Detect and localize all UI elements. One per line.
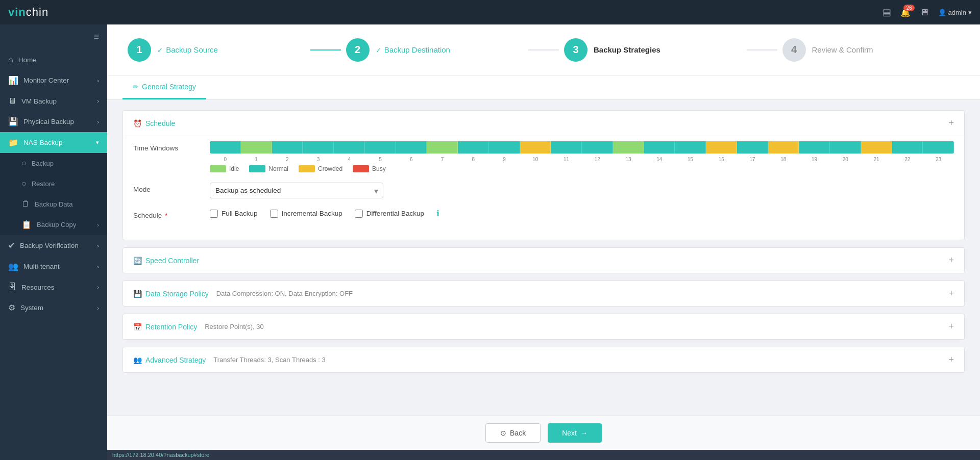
topbar-right: ▤ 🔔 26 🖥 👤 admin ▾ bbox=[883, 7, 972, 18]
time-label-2: 2 bbox=[272, 157, 303, 162]
time-label-11: 11 bbox=[551, 157, 582, 162]
time-segment-3[interactable] bbox=[303, 141, 334, 154]
time-segment-12[interactable] bbox=[582, 141, 613, 154]
time-segment-1[interactable] bbox=[241, 141, 272, 154]
schedule-expand-icon[interactable]: + bbox=[948, 118, 954, 129]
incremental-backup-checkbox[interactable] bbox=[270, 210, 278, 218]
advanced-strategy-section: 👥 Advanced Strategy Transfer Threads: 3,… bbox=[122, 347, 965, 373]
step-2-label: ✓ Backup Destination bbox=[376, 45, 450, 54]
multi-tenant-arrow-icon: › bbox=[97, 264, 99, 270]
differential-backup-checkbox[interactable] bbox=[355, 210, 363, 218]
sidebar-item-nas-backup[interactable]: 📁 NAS Backup ▾ bbox=[0, 132, 107, 153]
data-storage-header[interactable]: 💾 Data Storage Policy Data Compression: … bbox=[123, 281, 964, 306]
time-segment-18[interactable] bbox=[768, 141, 799, 154]
physical-backup-icon: 💾 bbox=[8, 117, 18, 126]
time-label-1: 1 bbox=[241, 157, 272, 162]
speed-controller-title: 🔄 Speed Controller bbox=[133, 257, 199, 265]
sidebar-item-resources[interactable]: 🗄 Resources › bbox=[0, 277, 107, 297]
time-windows-field: 01234567891011121314151617181920212223 I… bbox=[210, 141, 954, 172]
sidebar-item-monitor[interactable]: 📊 Monitor Center › bbox=[0, 70, 107, 91]
hamburger-button[interactable]: ≡ bbox=[0, 24, 107, 49]
url-bar: https://172.18.20.40/?nasbackup#store bbox=[107, 450, 980, 460]
time-segment-5[interactable] bbox=[365, 141, 396, 154]
monitor-arrow-icon: › bbox=[97, 78, 99, 84]
retention-expand-icon[interactable]: + bbox=[948, 321, 954, 332]
time-segment-7[interactable] bbox=[427, 141, 458, 154]
verification-icon: ✔ bbox=[8, 241, 15, 250]
sidebar-item-backup-copy-sub[interactable]: 📋 Backup Copy › bbox=[0, 214, 107, 235]
time-segment-11[interactable] bbox=[551, 141, 582, 154]
advanced-strategy-header[interactable]: 👥 Advanced Strategy Transfer Threads: 3,… bbox=[123, 347, 964, 372]
backup-data-icon: 🗒 bbox=[21, 199, 30, 209]
time-segment-16[interactable] bbox=[706, 141, 737, 154]
sidebar-item-backup[interactable]: ○ Backup bbox=[0, 153, 107, 173]
notification-bell[interactable]: 🔔 26 bbox=[900, 8, 911, 17]
time-label-0: 0 bbox=[210, 157, 241, 162]
sidebar-item-physical-label: Physical Backup bbox=[23, 118, 74, 125]
advanced-icon: 👥 bbox=[133, 356, 142, 364]
time-segment-17[interactable] bbox=[737, 141, 768, 154]
sidebar-item-system[interactable]: ⚙ System › bbox=[0, 297, 107, 318]
sidebar-item-resources-label: Resources bbox=[21, 284, 55, 291]
sidebar-item-backup-verification[interactable]: ✔ Backup Verification › bbox=[0, 235, 107, 256]
speed-icon: 🔄 bbox=[133, 257, 142, 265]
sidebar-item-vm-backup[interactable]: 🖥 VM Backup › bbox=[0, 91, 107, 111]
monitor-icon[interactable]: 🖥 bbox=[920, 7, 929, 18]
advanced-expand-icon[interactable]: + bbox=[948, 354, 954, 365]
sidebar-item-home-label: Home bbox=[18, 56, 37, 64]
time-segment-10[interactable] bbox=[520, 141, 551, 154]
time-segment-8[interactable] bbox=[458, 141, 489, 154]
step-3-circle: 3 bbox=[564, 38, 587, 62]
time-segment-19[interactable] bbox=[799, 141, 830, 154]
mode-select[interactable]: Backup as scheduled Always backup Never … bbox=[210, 183, 383, 198]
speed-expand-icon[interactable]: + bbox=[948, 255, 954, 266]
time-segment-9[interactable] bbox=[489, 141, 520, 154]
speed-controller-header[interactable]: 🔄 Speed Controller + bbox=[123, 248, 964, 273]
time-labels: 01234567891011121314151617181920212223 bbox=[210, 157, 954, 162]
time-segment-14[interactable] bbox=[644, 141, 675, 154]
tab-general-strategy[interactable]: ✏ General Strategy bbox=[122, 75, 206, 99]
verification-arrow-icon: › bbox=[97, 243, 99, 249]
sidebar-item-restore[interactable]: ○ Restore bbox=[0, 173, 107, 194]
time-segment-13[interactable] bbox=[613, 141, 644, 154]
time-segment-22[interactable] bbox=[892, 141, 923, 154]
time-label-7: 7 bbox=[427, 157, 458, 162]
schedule-header[interactable]: ⏰ Schedule + bbox=[123, 111, 964, 136]
sidebar-item-system-label: System bbox=[20, 304, 43, 312]
data-storage-expand-icon[interactable]: + bbox=[948, 288, 954, 299]
messages-icon[interactable]: ▤ bbox=[883, 7, 891, 18]
time-segment-23[interactable] bbox=[923, 141, 954, 154]
busy-color bbox=[353, 165, 369, 172]
retention-policy-header[interactable]: 📅 Retention Policy Restore Point(s), 30 … bbox=[123, 314, 964, 339]
full-backup-checkbox[interactable] bbox=[210, 210, 218, 218]
time-segment-21[interactable] bbox=[861, 141, 892, 154]
time-label-12: 12 bbox=[582, 157, 613, 162]
time-segment-20[interactable] bbox=[830, 141, 861, 154]
time-segment-2[interactable] bbox=[272, 141, 303, 154]
restore-dot-icon: ○ bbox=[21, 179, 27, 188]
sidebar-item-home[interactable]: ⌂ Home bbox=[0, 49, 107, 70]
back-button[interactable]: ⊙ Back bbox=[485, 423, 541, 443]
time-segment-4[interactable] bbox=[334, 141, 365, 154]
schedule-checkboxes: Full Backup Incremental Backup Different… bbox=[210, 209, 954, 218]
sidebar-item-backup-label: Backup bbox=[32, 160, 54, 167]
sidebar-item-physical-backup[interactable]: 💾 Physical Backup › bbox=[0, 111, 107, 132]
wizard-step-1: 1 ✓ Backup Source bbox=[128, 38, 305, 62]
sidebar: ≡ ⌂ Home 📊 Monitor Center › 🖥 VM Backup … bbox=[0, 24, 107, 460]
user-menu[interactable]: 👤 admin ▾ bbox=[938, 9, 972, 16]
next-button[interactable]: Next → bbox=[548, 423, 602, 443]
schedule-info-icon[interactable]: ℹ bbox=[436, 209, 439, 218]
sidebar-item-backup-data[interactable]: 🗒 Backup Data bbox=[0, 194, 107, 214]
step-1-label: ✓ Backup Source bbox=[157, 45, 218, 54]
time-bar bbox=[210, 141, 954, 154]
time-segment-6[interactable] bbox=[396, 141, 427, 154]
legend-normal: Normal bbox=[249, 165, 288, 172]
schedule-options-label: Schedule * bbox=[133, 209, 200, 219]
required-star: * bbox=[165, 212, 167, 219]
logo: vinchin bbox=[8, 6, 48, 19]
nas-backup-icon: 📁 bbox=[8, 138, 18, 147]
sidebar-item-multi-tenant[interactable]: 👥 Multi-tenant › bbox=[0, 256, 107, 277]
step-connector-2 bbox=[528, 49, 559, 50]
time-segment-0[interactable] bbox=[210, 141, 241, 154]
time-segment-15[interactable] bbox=[675, 141, 706, 154]
